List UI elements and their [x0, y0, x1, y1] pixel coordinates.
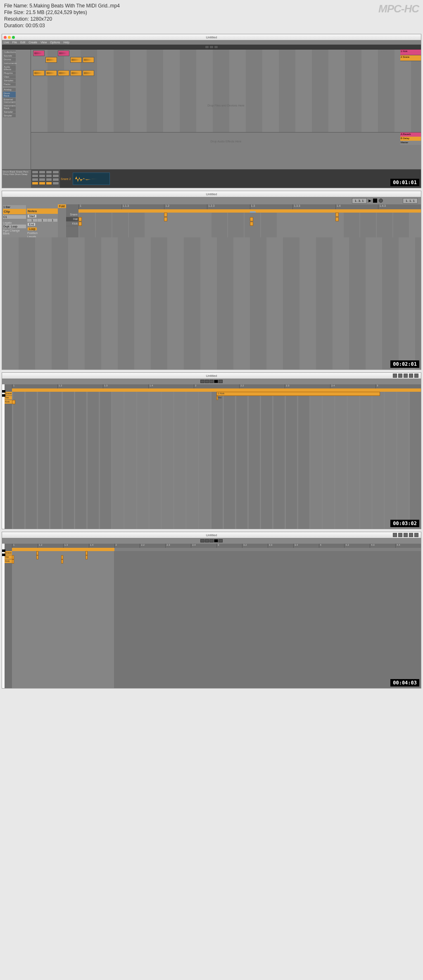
loop-brace[interactable] [12, 388, 421, 392]
drum-pad[interactable] [46, 170, 52, 174]
stop-button[interactable] [214, 380, 218, 383]
browser-item[interactable]: Analog [3, 88, 16, 91]
drum-rack[interactable] [31, 170, 60, 188]
midi-grid-empty[interactable] [12, 620, 421, 688]
drum-pad[interactable] [39, 170, 45, 174]
midi-note[interactable]: Hat [216, 396, 218, 400]
browser-item[interactable]: Samples [3, 79, 16, 82]
stop-button[interactable] [214, 539, 218, 542]
record-button[interactable] [214, 45, 218, 49]
midi-note[interactable] [61, 555, 63, 559]
menu-options[interactable]: Options [50, 41, 60, 44]
audio-clip[interactable] [58, 50, 69, 56]
browser-item[interactable]: Sampler [3, 110, 16, 114]
lane-snare[interactable]: Snare [5, 392, 12, 396]
camera-icon[interactable] [393, 533, 397, 537]
midi-note[interactable]: 1 Kick [216, 392, 380, 396]
midi-note[interactable] [86, 551, 88, 555]
menu-create[interactable]: Create [29, 41, 37, 44]
drum-pad[interactable] [52, 178, 59, 181]
browser-item[interactable]: Simpler [3, 114, 16, 117]
menu-view[interactable]: View [40, 41, 47, 44]
lane-hat[interactable]: Hat [5, 555, 12, 559]
drum-pad[interactable] [46, 182, 52, 185]
position-display[interactable]: 1. 1. 1 [403, 198, 418, 204]
start-beats[interactable]: 1 [38, 219, 48, 222]
lane-hat[interactable]: Hat [5, 396, 12, 400]
midi-note[interactable] [335, 217, 339, 221]
pitch-field[interactable]: C1 [3, 215, 26, 219]
drum-pad[interactable] [52, 170, 59, 174]
settings-icon[interactable] [398, 374, 402, 378]
audio-clip[interactable] [45, 70, 57, 76]
tb-button[interactable] [205, 380, 209, 383]
layout-icon[interactable] [414, 374, 418, 378]
start-bars[interactable]: 1 [27, 219, 37, 222]
camera-icon[interactable] [393, 374, 397, 378]
drum-pad[interactable] [39, 178, 45, 181]
browser-item[interactable]: Drum Rack [3, 92, 16, 97]
drum-pad[interactable] [52, 174, 59, 178]
midi-note[interactable] [36, 555, 38, 559]
midi-note[interactable] [250, 222, 253, 226]
drum-pad[interactable] [32, 170, 38, 174]
loop-brace[interactable] [12, 548, 114, 551]
trash-icon[interactable] [409, 533, 413, 537]
midi-ruler[interactable]: 1 1.2 1.3 1.4 2 2.2 2.3 2.4 3 3.2 3.3 3.… [12, 544, 421, 548]
browser-panel[interactable]: Collections Sounds Drums Instruments Aud… [2, 50, 31, 169]
midi-note[interactable] [164, 217, 167, 221]
lane-snare[interactable]: Snare [5, 551, 12, 555]
lane-kick[interactable]: Kick [66, 222, 78, 226]
track-header[interactable]: 1 Kick [400, 50, 421, 55]
bars-display[interactable]: 1. 3. 1 [352, 198, 367, 204]
view-icon[interactable] [404, 533, 408, 537]
audio-clip[interactable] [70, 70, 82, 76]
piano-roll-keys[interactable] [2, 384, 5, 529]
midi-note[interactable] [78, 217, 82, 221]
drum-pad[interactable] [46, 174, 52, 178]
midi-note[interactable] [61, 559, 63, 563]
record-button[interactable] [219, 380, 223, 383]
midi-note[interactable] [12, 400, 15, 404]
track-header[interactable]: 2 Snare [400, 55, 421, 61]
clip-tab[interactable]: Clip [3, 209, 26, 214]
menu-bar[interactable]: Live File Edit Create View Options Help [2, 40, 421, 45]
return-track[interactable]: A Reverb [400, 133, 421, 137]
audio-clip[interactable] [83, 70, 94, 76]
audio-clip[interactable] [83, 57, 94, 63]
arrangement-view[interactable]: 1 Kick 2 Snare Drop Files and Devices He… [31, 50, 421, 169]
quantize-selector[interactable]: 1 Bar [3, 205, 26, 209]
midi-note[interactable] [164, 213, 167, 217]
start-16ths[interactable]: 1 [48, 219, 57, 222]
drum-pad[interactable] [52, 182, 59, 185]
lane-snare[interactable]: Snare [66, 213, 78, 217]
layout-icon[interactable] [414, 533, 418, 537]
play-button[interactable] [205, 45, 209, 49]
drop-area[interactable]: Drop Files and Devices Here [31, 78, 421, 132]
audio-clip[interactable] [70, 57, 82, 63]
drum-pad[interactable] [39, 174, 45, 178]
browser-item[interactable]: Audio Effects [3, 65, 16, 71]
audio-clip[interactable] [33, 70, 45, 76]
browser-item[interactable]: Sounds [3, 54, 16, 57]
audio-clip[interactable] [33, 50, 45, 56]
master-track[interactable]: Master [400, 141, 421, 145]
browser-item[interactable]: Instruments [3, 62, 16, 65]
lane-kick[interactable]: Kick [5, 400, 12, 404]
midi-note[interactable] [12, 559, 14, 563]
stop-button[interactable] [373, 199, 377, 203]
midi-note[interactable] [86, 555, 88, 559]
play-button[interactable] [209, 539, 214, 542]
drum-pad[interactable] [46, 178, 52, 181]
stop-button[interactable] [209, 45, 214, 49]
drum-pad[interactable] [39, 182, 45, 185]
drum-pad[interactable] [32, 182, 38, 185]
fold-button[interactable]: Fold [58, 204, 66, 208]
menu-edit[interactable]: Edit [20, 41, 25, 44]
drum-pad[interactable] [32, 178, 38, 181]
browser-item[interactable]: Plug-ins [3, 71, 16, 75]
trash-icon[interactable] [409, 374, 413, 378]
lane-kick[interactable]: Kick [5, 559, 12, 563]
midi-note[interactable] [78, 222, 82, 226]
dupl-loop-button[interactable]: Dupl. Loop [3, 225, 26, 228]
